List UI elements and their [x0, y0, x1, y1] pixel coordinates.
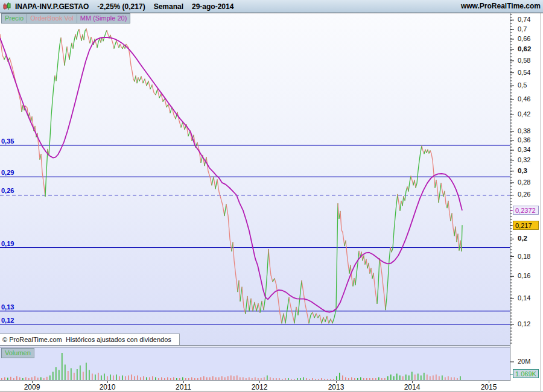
price-axis[interactable]: 0,2372 0,217 20M 1.069K 0,740,70,660,620…	[510, 13, 543, 381]
volume-canvas[interactable]	[0, 347, 510, 380]
prorealtime-link[interactable]: www.ProRealTime.com	[461, 0, 541, 13]
volume-bar	[249, 378, 250, 381]
volume-bar	[146, 378, 147, 381]
price-line	[67, 47, 69, 60]
volume-bar	[131, 375, 132, 380]
price-line	[77, 30, 79, 39]
last-price-box: 0,217	[513, 221, 539, 230]
price-line	[316, 314, 318, 318]
volume-bar	[46, 377, 48, 380]
tab-mm-simple-20[interactable]: MM (Simple 20)	[77, 14, 130, 23]
volume-bar	[291, 379, 292, 381]
tab-orderbook-vol[interactable]: OrderBook Vol	[27, 14, 77, 23]
time-axis[interactable]: 2009201020112012201320142015	[0, 381, 543, 391]
volume-bar	[31, 378, 33, 381]
price-line	[302, 280, 309, 323]
price-axis-label: 0,3	[518, 167, 527, 174]
price-axis-label: 0,32	[518, 156, 530, 163]
volume-bar	[182, 378, 183, 381]
volume-bar	[243, 378, 244, 381]
price-line	[322, 318, 323, 323]
price-line	[386, 248, 390, 310]
volume-bar	[140, 378, 141, 381]
volume-pane[interactable]	[0, 347, 510, 381]
price-line	[217, 180, 224, 216]
volume-bar	[405, 375, 407, 380]
price-line	[143, 79, 145, 83]
volume-bar	[363, 378, 364, 380]
price-line	[73, 35, 75, 49]
price-line	[441, 183, 443, 197]
price-line	[215, 180, 217, 189]
mm20-value-box: 0,2372	[513, 206, 539, 215]
volume-bar	[448, 376, 449, 380]
price-axis-label: 0,58	[518, 57, 530, 64]
volume-bar	[421, 376, 422, 381]
price-line	[340, 211, 345, 245]
volume-bar	[152, 376, 153, 380]
volume-bar	[80, 365, 81, 380]
tab-volumen[interactable]: Volumen	[2, 349, 34, 358]
volume-bar	[161, 378, 162, 381]
price-chart-canvas[interactable]	[0, 13, 510, 345]
price-line	[79, 30, 81, 41]
price-line	[141, 77, 143, 83]
volume-bar	[1, 378, 2, 380]
price-line	[256, 303, 258, 311]
volume-bar	[439, 376, 440, 380]
volume-bar	[318, 379, 319, 381]
price-chart-pane[interactable]: 0,350,290,260,190,130,12	[0, 13, 510, 345]
price-line	[224, 204, 226, 216]
price-line	[448, 201, 451, 221]
volume-bar	[427, 375, 428, 380]
price-line	[309, 312, 313, 323]
volume-bar	[240, 378, 241, 381]
volume-bar	[22, 378, 24, 380]
volume-bar	[357, 378, 358, 380]
volume-bar	[65, 365, 66, 381]
price-line	[298, 280, 302, 315]
price-line	[439, 183, 441, 203]
volume-bar	[309, 379, 310, 381]
mm20-axis-tick	[510, 210, 513, 211]
volume-bar	[43, 378, 45, 380]
price-line	[422, 146, 424, 154]
volume-bar	[436, 375, 437, 380]
volume-bar	[451, 378, 452, 381]
price-line	[405, 187, 407, 200]
price-line	[226, 204, 232, 251]
price-line	[275, 279, 282, 323]
axis-ruler	[510, 13, 518, 381]
price-axis-label: 0,16	[518, 272, 530, 279]
price-line	[392, 194, 398, 252]
price-axis-label: 0,42	[518, 110, 530, 118]
volume-bar	[107, 376, 108, 380]
price-line	[416, 146, 422, 188]
volume-bar	[372, 378, 373, 380]
price-line	[156, 89, 157, 95]
year-label: 2014	[404, 383, 421, 391]
price-line	[147, 81, 148, 86]
volume-bar	[327, 379, 328, 381]
volume-bar	[348, 378, 349, 380]
tab-precio[interactable]: Precio	[2, 14, 27, 23]
volume-bar	[13, 378, 14, 380]
price-line	[56, 38, 61, 81]
volume-bar	[206, 378, 208, 381]
price-axis-label: 0,28	[518, 179, 530, 186]
volume-bar	[176, 378, 177, 380]
price-axis-label: 0,36	[518, 136, 530, 144]
volume-bar	[40, 378, 42, 381]
volume-bar	[68, 371, 69, 380]
price-line	[260, 301, 262, 312]
price-line	[120, 45, 122, 49]
volume-bar	[134, 376, 135, 380]
volume-bar	[215, 378, 217, 381]
volume-bar	[433, 376, 434, 381]
price-line	[214, 177, 215, 189]
volume-bar	[37, 378, 39, 380]
price-line	[369, 264, 370, 274]
price-line	[289, 297, 294, 323]
volume-bar	[360, 378, 361, 381]
price-line	[355, 251, 359, 285]
